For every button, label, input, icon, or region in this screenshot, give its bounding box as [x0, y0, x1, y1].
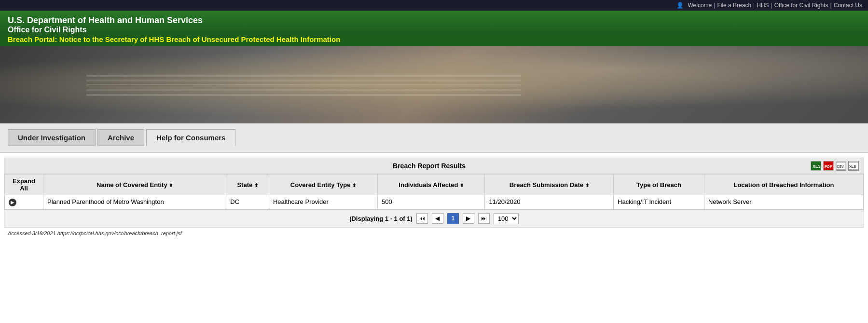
- svg-text:PDF: PDF: [825, 164, 832, 169]
- user-icon: 👤: [676, 2, 684, 9]
- sort-arrows-name: ⬍: [169, 183, 173, 188]
- col-type-of-breach: Type of Breach: [614, 175, 704, 195]
- tab-archive[interactable]: Archive: [97, 129, 144, 146]
- export-xls-icon[interactable]: XLS: [811, 161, 821, 171]
- tab-under-investigation[interactable]: Under Investigation: [8, 129, 96, 146]
- portal-title: Breach Portal: Notice to the Secretary o…: [8, 35, 860, 43]
- results-title: Breach Report Results: [48, 162, 811, 170]
- col-name[interactable]: Name of Covered Entity ⬍: [43, 175, 226, 195]
- tabs-section: Under Investigation Archive Help for Con…: [0, 123, 868, 153]
- page-prev-btn[interactable]: ◀: [432, 213, 443, 224]
- sort-arrows-entity: ⬍: [352, 183, 356, 188]
- pagination-row: (Displaying 1 - 1 of 1) ⏮ ◀ 1 ▶ ⏭ 102550…: [4, 210, 864, 227]
- dept-name: U.S. Department of Health and Human Serv…: [8, 15, 860, 26]
- cell-individuals-affected: 500: [377, 195, 484, 210]
- page-next-btn[interactable]: ▶: [463, 213, 474, 224]
- export-pdf-icon[interactable]: PDF: [823, 161, 834, 171]
- col-breach-submission-date[interactable]: Breach Submission Date ⬍: [485, 175, 614, 195]
- col-expand-all: Expand All: [5, 175, 43, 195]
- svg-text:XLS: XLS: [849, 164, 856, 169]
- svg-text:XLS: XLS: [813, 164, 820, 169]
- top-navigation: 👤 Welcome | File a Breach | HHS | Office…: [0, 0, 868, 11]
- footer-note: Accessed 3/19/2021 https://ocrportal.hhs…: [4, 228, 864, 239]
- file-breach-link[interactable]: File a Breach: [717, 2, 751, 9]
- sort-arrows-individuals: ⬍: [460, 183, 464, 188]
- col-state[interactable]: State ⬍: [226, 175, 269, 195]
- page-size-select[interactable]: 102550100: [494, 213, 519, 224]
- col-covered-entity-type[interactable]: Covered Entity Type ⬍: [269, 175, 377, 195]
- welcome-link[interactable]: Welcome: [688, 2, 712, 9]
- tab-help-for-consumers[interactable]: Help for Consumers: [146, 129, 235, 146]
- cell-breach-submission-date: 11/20/2020: [485, 195, 614, 210]
- results-title-row: Breach Report Results XLS PDF CSV XLS: [4, 158, 864, 174]
- expand-row-btn[interactable]: ▶: [9, 199, 16, 206]
- export-xls2-icon[interactable]: XLS: [848, 161, 859, 171]
- office-name: Office for Civil Rights: [8, 26, 860, 34]
- hero-image: [0, 46, 868, 123]
- page-last-btn[interactable]: ⏭: [478, 213, 490, 224]
- export-csv-icon[interactable]: CSV: [836, 161, 846, 171]
- sort-arrows-state: ⬍: [254, 183, 258, 188]
- breach-table: Expand All Name of Covered Entity ⬍ Stat…: [4, 174, 864, 210]
- cell-name: Planned Parenthood of Metro Washington: [43, 195, 226, 210]
- expand-cell: ▶: [5, 195, 43, 210]
- site-header: U.S. Department of Health and Human Serv…: [0, 11, 868, 46]
- results-container: Breach Report Results XLS PDF CSV XLS: [4, 158, 864, 228]
- cell-covered-entity-type: Healthcare Provider: [269, 195, 377, 210]
- contact-link[interactable]: Contact Us: [834, 2, 862, 9]
- main-content: Breach Report Results XLS PDF CSV XLS: [0, 153, 868, 239]
- ocr-link[interactable]: Office for Civil Rights: [774, 2, 828, 9]
- hhs-link[interactable]: HHS: [757, 2, 769, 9]
- cell-type-of-breach: Hacking/IT Incident: [614, 195, 704, 210]
- page-first-btn[interactable]: ⏮: [416, 213, 428, 224]
- table-row: ▶ Planned Parenthood of Metro Washington…: [5, 195, 864, 210]
- export-icons: XLS PDF CSV XLS: [811, 161, 859, 171]
- col-location: Location of Breached Information: [704, 175, 863, 195]
- sort-arrows-date: ⬍: [585, 183, 589, 188]
- page-1-btn[interactable]: 1: [447, 213, 459, 224]
- cell-location: Network Server: [704, 195, 863, 210]
- cell-state: DC: [226, 195, 269, 210]
- svg-text:CSV: CSV: [837, 164, 844, 169]
- pagination-text: (Displaying 1 - 1 of 1): [349, 215, 413, 222]
- col-individuals-affected[interactable]: Individuals Affected ⬍: [377, 175, 484, 195]
